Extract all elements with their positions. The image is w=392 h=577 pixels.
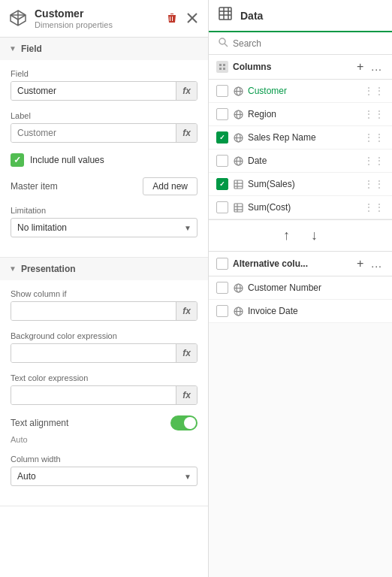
bg-color-label: Background color expression xyxy=(11,331,198,340)
show-column-input[interactable] xyxy=(11,302,176,320)
dimension-icon xyxy=(233,132,243,143)
search-input[interactable] xyxy=(233,38,383,49)
add-new-button[interactable]: Add new xyxy=(143,177,198,195)
chevron-down-icon: ▼ xyxy=(9,264,17,273)
field-section: ▼ Field Field fx Label fx xyxy=(0,38,208,258)
column-width-select[interactable]: Auto Fixed Fit to content xyxy=(11,467,198,486)
region-checkbox[interactable] xyxy=(216,108,228,120)
text-color-fx-button[interactable]: fx xyxy=(176,386,197,404)
bg-color-fx-button[interactable]: fx xyxy=(176,344,197,362)
null-values-checkbox[interactable] xyxy=(11,153,24,167)
list-item: Customer Number xyxy=(209,276,392,300)
drag-handle-icon[interactable]: ⋮⋮ xyxy=(363,131,384,143)
add-column-button[interactable]: + xyxy=(354,59,366,74)
limitation-label: Limitation xyxy=(11,206,198,215)
right-scroll: Columns + ... Customer ⋮⋮ xyxy=(209,55,392,577)
dimension-icon xyxy=(233,86,243,96)
move-down-button[interactable]: ↓ xyxy=(306,226,322,245)
columns-actions: + ... xyxy=(354,59,384,74)
text-color-input[interactable] xyxy=(11,386,176,404)
field-group: Field fx xyxy=(11,69,198,101)
drag-handle-icon[interactable]: ⋮⋮ xyxy=(363,201,384,213)
svg-line-4 xyxy=(18,15,26,20)
show-column-fx-button[interactable]: fx xyxy=(176,302,197,320)
column-name-region: Region xyxy=(248,109,359,119)
master-item-row: Master item Add new xyxy=(11,177,198,195)
salesrep-checkbox[interactable] xyxy=(216,131,228,143)
svg-rect-16 xyxy=(223,64,225,66)
master-item-label: Master item xyxy=(11,181,58,192)
field-input-wrapper: fx xyxy=(11,81,198,101)
column-name-customer: Customer xyxy=(248,86,359,96)
column-name-sumsales: Sum(Sales) xyxy=(248,179,359,189)
null-values-label: Include null values xyxy=(30,155,104,165)
list-item: Invoice Date xyxy=(209,300,392,323)
columns-list: Customer ⋮⋮ Region ⋮⋮ xyxy=(209,80,392,219)
limitation-select[interactable]: No limitation Fixed number Exact value R… xyxy=(11,218,198,237)
search-icon xyxy=(218,37,228,50)
customer-checkbox[interactable] xyxy=(216,85,228,97)
drag-handle-icon[interactable]: ⋮⋮ xyxy=(363,85,384,97)
text-alignment-toggle[interactable] xyxy=(170,415,198,430)
date-checkbox[interactable] xyxy=(216,155,228,167)
drag-handle-icon[interactable]: ⋮⋮ xyxy=(363,108,384,120)
add-alt-column-button[interactable]: + xyxy=(354,256,366,271)
sumcost-checkbox[interactable] xyxy=(216,201,228,213)
presentation-section-header[interactable]: ▼ Presentation xyxy=(0,258,208,280)
search-bar xyxy=(209,32,392,55)
move-up-button[interactable]: ↑ xyxy=(279,226,294,245)
invoicedate-checkbox[interactable] xyxy=(216,305,228,317)
label-fx-button[interactable]: fx xyxy=(176,124,197,142)
field-fx-button[interactable]: fx xyxy=(176,82,197,100)
drag-handle-icon[interactable]: ⋮⋮ xyxy=(363,155,384,167)
list-item: Region ⋮⋮ xyxy=(209,103,392,126)
bg-color-group: Background color expression fx xyxy=(11,331,198,363)
dimension-icon xyxy=(233,306,243,316)
presentation-section: ▼ Presentation Show column if fx Backgro… xyxy=(0,258,208,506)
drag-handle-icon[interactable]: ⋮⋮ xyxy=(363,178,384,190)
show-column-group: Show column if fx xyxy=(11,289,198,321)
text-color-label: Text color expression xyxy=(11,373,198,382)
more-alt-columns-button[interactable]: ... xyxy=(369,257,384,270)
columns-toggle[interactable] xyxy=(216,61,228,73)
svg-point-13 xyxy=(219,38,225,44)
column-width-label: Column width xyxy=(11,455,198,464)
measure-icon xyxy=(233,202,243,213)
list-item: Sum(Sales) ⋮⋮ xyxy=(209,173,392,196)
header-text: Customer Dimension properties xyxy=(35,8,157,29)
list-item: Sum(Cost) ⋮⋮ xyxy=(209,196,392,219)
dimension-icon xyxy=(233,282,243,293)
more-columns-button[interactable]: ... xyxy=(369,60,384,74)
customernumber-checkbox[interactable] xyxy=(216,282,228,294)
field-input[interactable] xyxy=(11,82,176,100)
limitation-group: Limitation No limitation Fixed number Ex… xyxy=(11,206,198,237)
svg-rect-31 xyxy=(234,180,243,189)
text-alignment-row: Text alignment xyxy=(11,415,198,430)
field-label: Field xyxy=(11,69,198,78)
table-icon xyxy=(218,6,233,25)
alt-columns-actions: + ... xyxy=(354,256,384,271)
label-input[interactable] xyxy=(11,124,176,142)
right-panel-title: Data xyxy=(240,10,263,22)
field-section-label: Field xyxy=(21,44,42,54)
null-values-row: Include null values xyxy=(11,153,198,167)
presentation-section-content: Show column if fx Background color expre… xyxy=(0,280,208,506)
alt-columns-checkbox[interactable] xyxy=(216,258,228,270)
sumsales-checkbox[interactable] xyxy=(216,178,228,190)
limitation-select-wrapper: No limitation Fixed number Exact value R… xyxy=(11,218,198,237)
list-item: Customer ⋮⋮ xyxy=(209,80,392,103)
left-panel: Customer Dimension properties ▼ Field xyxy=(0,0,209,577)
dimension-icon xyxy=(233,156,243,166)
alt-columns-title: Alternative colu... xyxy=(233,258,350,269)
cube-icon xyxy=(9,9,27,27)
panel-header: Customer Dimension properties xyxy=(0,0,208,38)
field-section-content: Field fx Label fx Include null values xyxy=(0,60,208,257)
delete-button[interactable] xyxy=(164,11,179,26)
list-item: Date ⋮⋮ xyxy=(209,150,392,173)
bg-color-input[interactable] xyxy=(11,344,176,362)
label-label: Label xyxy=(11,111,198,120)
svg-rect-15 xyxy=(219,64,222,66)
right-panel-header: Data xyxy=(209,0,392,32)
close-button[interactable] xyxy=(185,11,199,25)
field-section-header[interactable]: ▼ Field xyxy=(0,38,208,60)
